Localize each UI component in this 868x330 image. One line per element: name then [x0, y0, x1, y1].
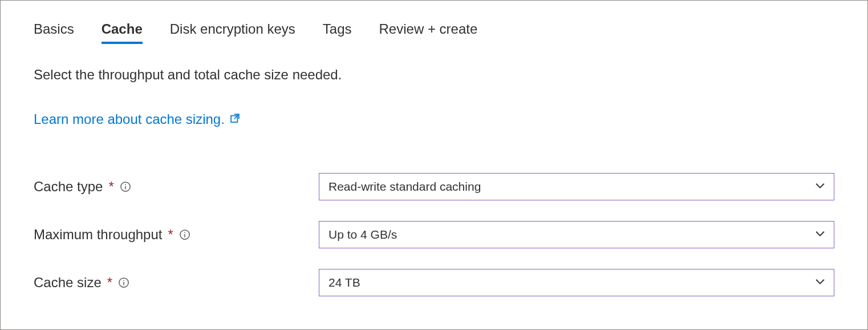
tab-bar: Basics Cache Disk encryption keys Tags R… [34, 21, 834, 44]
select-max-throughput[interactable]: Up to 4 GB/s [319, 221, 834, 248]
label-max-throughput: Maximum throughput [34, 227, 162, 243]
select-cache-size[interactable]: 24 TB [319, 269, 834, 296]
external-link-icon [229, 111, 241, 127]
tab-basics[interactable]: Basics [34, 21, 74, 44]
tab-review-create[interactable]: Review + create [379, 21, 478, 44]
label-cache-type: Cache type [34, 179, 103, 195]
svg-point-3 [125, 184, 126, 185]
required-marker: * [168, 227, 173, 243]
tab-cache[interactable]: Cache [102, 21, 143, 44]
select-cache-type-value: Read-write standard caching [328, 180, 481, 194]
info-icon[interactable] [120, 181, 131, 192]
row-cache-size: Cache size * 24 TB [34, 269, 834, 296]
select-cache-size-value: 24 TB [328, 276, 360, 289]
tab-disk-encryption-keys[interactable]: Disk encryption keys [170, 21, 295, 44]
select-cache-type[interactable]: Read-write standard caching [319, 173, 834, 200]
select-max-throughput-value: Up to 4 GB/s [328, 228, 397, 242]
row-max-throughput: Maximum throughput * Up to 4 GB/s [34, 221, 834, 248]
description-text: Select the throughput and total cache si… [34, 67, 834, 83]
tab-tags[interactable]: Tags [323, 21, 352, 44]
row-cache-type: Cache type * Read-write standard caching [34, 173, 834, 200]
svg-point-9 [123, 280, 124, 281]
learn-more-link[interactable]: Learn more about cache sizing. [34, 111, 241, 127]
svg-point-6 [184, 232, 185, 233]
required-marker: * [107, 275, 112, 291]
info-icon[interactable] [179, 229, 190, 240]
required-marker: * [108, 179, 113, 195]
learn-more-text: Learn more about cache sizing. [34, 111, 225, 127]
cache-config-panel: Basics Cache Disk encryption keys Tags R… [0, 0, 868, 330]
info-icon[interactable] [118, 277, 129, 288]
label-cache-size: Cache size [34, 275, 102, 291]
